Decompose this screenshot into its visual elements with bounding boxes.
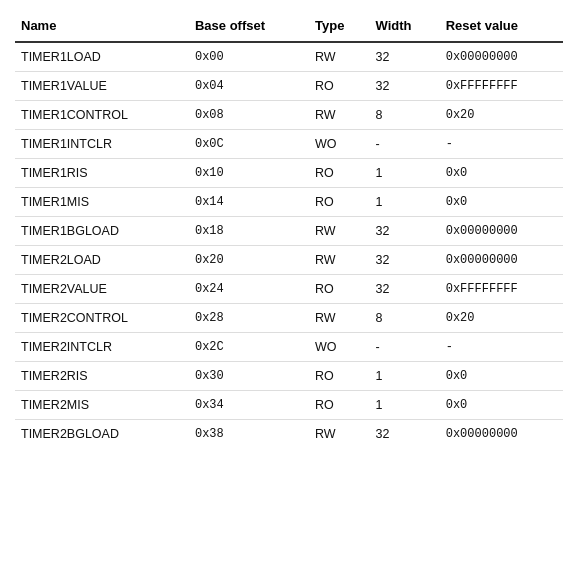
col-header-name: Name [15,10,189,42]
col-header-reset-value: Reset value [440,10,563,42]
cell-base_offset: 0x14 [189,188,309,217]
cell-base_offset: 0x24 [189,275,309,304]
cell-width: 1 [370,391,440,420]
table-row: TIMER2MIS0x34RO10x0 [15,391,563,420]
table-row: TIMER2VALUE0x24RO320xFFFFFFFF [15,275,563,304]
cell-base_offset: 0x0C [189,130,309,159]
cell-name: TIMER2VALUE [15,275,189,304]
cell-reset_value: 0xFFFFFFFF [440,275,563,304]
cell-type: WO [309,130,370,159]
cell-name: TIMER1CONTROL [15,101,189,130]
cell-name: TIMER2CONTROL [15,304,189,333]
cell-reset_value: 0x00000000 [440,420,563,449]
cell-width: - [370,130,440,159]
cell-reset_value: 0x20 [440,101,563,130]
cell-type: RO [309,188,370,217]
cell-name: TIMER1MIS [15,188,189,217]
cell-width: 32 [370,217,440,246]
cell-base_offset: 0x28 [189,304,309,333]
table-row: TIMER1RIS0x10RO10x0 [15,159,563,188]
cell-name: TIMER1INTCLR [15,130,189,159]
cell-type: RO [309,159,370,188]
cell-reset_value: - [440,333,563,362]
cell-base_offset: 0x2C [189,333,309,362]
cell-name: TIMER1LOAD [15,42,189,72]
cell-reset_value: 0x00000000 [440,246,563,275]
cell-base_offset: 0x10 [189,159,309,188]
cell-reset_value: 0x20 [440,304,563,333]
cell-type: RW [309,246,370,275]
table-row: TIMER1CONTROL0x08RW80x20 [15,101,563,130]
cell-width: 32 [370,42,440,72]
cell-width: 1 [370,159,440,188]
cell-reset_value: 0xFFFFFFFF [440,72,563,101]
register-table: Name Base offset Type Width Reset value … [15,10,563,448]
cell-reset_value: 0x0 [440,159,563,188]
table-row: TIMER1INTCLR0x0CWO-- [15,130,563,159]
cell-base_offset: 0x30 [189,362,309,391]
cell-base_offset: 0x34 [189,391,309,420]
cell-base_offset: 0x38 [189,420,309,449]
cell-name: TIMER2RIS [15,362,189,391]
col-header-base-offset: Base offset [189,10,309,42]
cell-type: RW [309,304,370,333]
cell-type: RW [309,101,370,130]
cell-type: RO [309,362,370,391]
cell-base_offset: 0x00 [189,42,309,72]
cell-reset_value: 0x00000000 [440,42,563,72]
cell-width: 8 [370,101,440,130]
cell-name: TIMER2MIS [15,391,189,420]
table-row: TIMER2CONTROL0x28RW80x20 [15,304,563,333]
cell-base_offset: 0x04 [189,72,309,101]
cell-type: RO [309,275,370,304]
cell-name: TIMER2BGLOAD [15,420,189,449]
cell-reset_value: 0x0 [440,188,563,217]
table-row: TIMER1LOAD0x00RW320x00000000 [15,42,563,72]
table-row: TIMER2BGLOAD0x38RW320x00000000 [15,420,563,449]
cell-width: 1 [370,362,440,391]
cell-type: RW [309,217,370,246]
cell-width: 32 [370,275,440,304]
table-header-row: Name Base offset Type Width Reset value [15,10,563,42]
table-row: TIMER1MIS0x14RO10x0 [15,188,563,217]
table-row: TIMER2LOAD0x20RW320x00000000 [15,246,563,275]
cell-type: RW [309,42,370,72]
table-row: TIMER1BGLOAD0x18RW320x00000000 [15,217,563,246]
cell-width: 32 [370,72,440,101]
cell-name: TIMER1BGLOAD [15,217,189,246]
table-row: TIMER1VALUE0x04RO320xFFFFFFFF [15,72,563,101]
cell-width: 32 [370,246,440,275]
cell-type: RO [309,72,370,101]
cell-type: RW [309,420,370,449]
cell-type: WO [309,333,370,362]
col-header-type: Type [309,10,370,42]
table-row: TIMER2RIS0x30RO10x0 [15,362,563,391]
cell-base_offset: 0x08 [189,101,309,130]
cell-width: 8 [370,304,440,333]
cell-width: - [370,333,440,362]
cell-name: TIMER2LOAD [15,246,189,275]
cell-reset_value: 0x00000000 [440,217,563,246]
cell-type: RO [309,391,370,420]
cell-name: TIMER1VALUE [15,72,189,101]
cell-base_offset: 0x18 [189,217,309,246]
table-row: TIMER2INTCLR0x2CWO-- [15,333,563,362]
col-header-width: Width [370,10,440,42]
cell-name: TIMER2INTCLR [15,333,189,362]
cell-reset_value: - [440,130,563,159]
cell-reset_value: 0x0 [440,362,563,391]
cell-reset_value: 0x0 [440,391,563,420]
cell-width: 1 [370,188,440,217]
cell-width: 32 [370,420,440,449]
cell-base_offset: 0x20 [189,246,309,275]
cell-name: TIMER1RIS [15,159,189,188]
